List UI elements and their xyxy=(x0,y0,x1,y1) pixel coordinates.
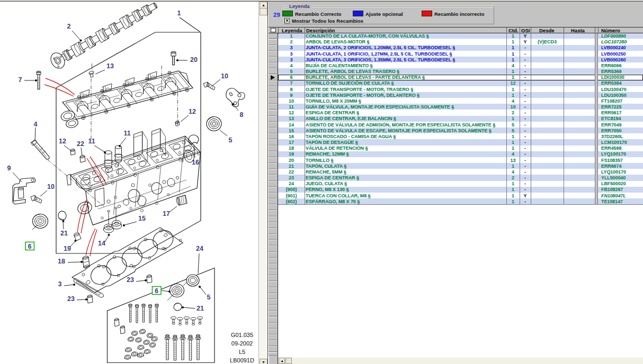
svg-text:4: 4 xyxy=(34,121,38,128)
svg-text:19: 19 xyxy=(64,245,71,252)
svg-text:14: 14 xyxy=(98,240,105,247)
svg-text:L5: L5 xyxy=(239,349,245,355)
svg-text:2: 2 xyxy=(67,23,71,30)
svg-text:17: 17 xyxy=(163,210,170,217)
svg-text:15: 15 xyxy=(138,215,146,222)
svg-text:20: 20 xyxy=(190,56,198,63)
svg-text:12: 12 xyxy=(59,138,66,145)
svg-text:16: 16 xyxy=(192,159,199,166)
svg-text:13: 13 xyxy=(106,62,114,70)
svg-text:8: 8 xyxy=(240,111,244,119)
svg-text:11: 11 xyxy=(123,130,130,137)
svg-text:10: 10 xyxy=(47,183,55,190)
svg-text:09-2002: 09-2002 xyxy=(231,340,253,347)
svg-text:23: 23 xyxy=(127,276,134,284)
svg-text:6: 6 xyxy=(155,287,158,295)
svg-text:21: 21 xyxy=(197,305,204,312)
svg-text:LB0091D: LB0091D xyxy=(230,357,254,363)
svg-text:6: 6 xyxy=(28,243,32,250)
svg-text:11: 11 xyxy=(88,138,95,145)
svg-text:7: 7 xyxy=(19,76,22,84)
svg-text:5: 5 xyxy=(207,294,211,301)
svg-text:10: 10 xyxy=(221,72,228,80)
svg-text:12: 12 xyxy=(189,108,196,115)
svg-text:18: 18 xyxy=(58,258,65,265)
svg-text:21: 21 xyxy=(60,230,68,237)
svg-text:5: 5 xyxy=(229,136,233,144)
svg-text:9: 9 xyxy=(7,165,11,172)
svg-text:22: 22 xyxy=(77,140,84,148)
svg-text:23: 23 xyxy=(67,295,75,303)
svg-text:3: 3 xyxy=(58,280,62,288)
svg-text:24: 24 xyxy=(196,245,203,252)
svg-text:G01.035: G01.035 xyxy=(231,332,253,338)
svg-text:1: 1 xyxy=(177,10,181,17)
